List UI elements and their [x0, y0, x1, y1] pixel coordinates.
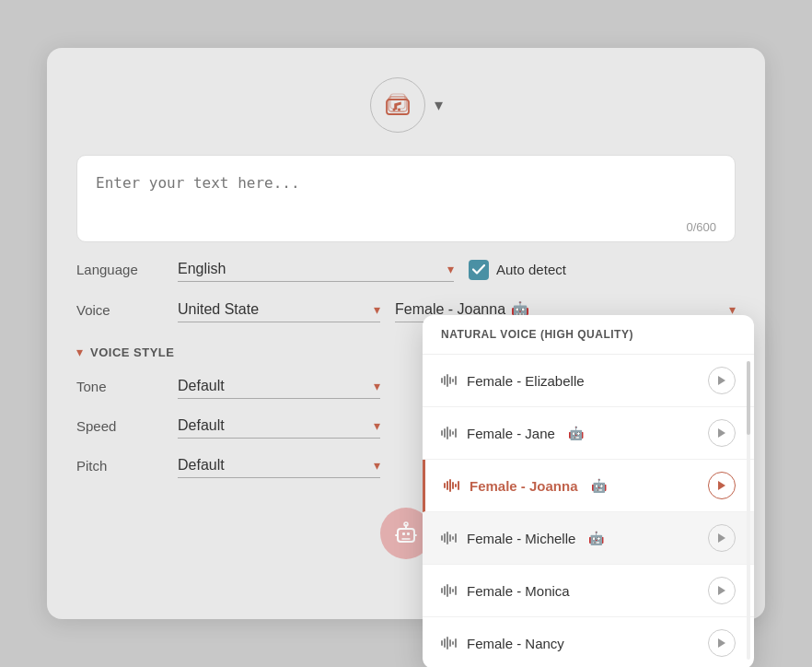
dropdown-header: NATURAL VOICE (HIGH QUALITY) [423, 315, 754, 355]
voice-style-label: VOICE STYLE [90, 345, 174, 359]
item-left: Female - Joanna 🤖 [444, 478, 607, 494]
play-button[interactable] [708, 629, 736, 657]
item-name: Female - Michelle [467, 531, 575, 546]
item-left: Female - Michelle 🤖 [441, 531, 604, 546]
svg-rect-15 [441, 430, 443, 436]
speed-value: Default [178, 417, 225, 434]
waveform-icon [441, 427, 458, 439]
language-label: Language [76, 262, 178, 277]
svg-rect-33 [441, 588, 443, 593]
svg-rect-39 [441, 640, 443, 646]
tone-chevron-icon: ▾ [374, 379, 380, 393]
language-chevron-icon: ▾ [447, 262, 454, 276]
svg-rect-30 [449, 534, 451, 542]
svg-rect-32 [455, 533, 457, 543]
svg-rect-20 [455, 428, 457, 438]
list-item[interactable]: Female - Monica [423, 565, 754, 617]
tone-select[interactable]: Default ▾ [178, 374, 380, 399]
svg-rect-16 [444, 428, 446, 438]
speed-chevron-icon: ▾ [374, 418, 380, 433]
auto-detect-wrap: Auto detect [469, 260, 566, 280]
play-button[interactable] [708, 472, 736, 499]
item-name: Female - Elizabelle [467, 373, 585, 389]
item-left: Female - Nancy [441, 636, 564, 651]
svg-rect-25 [455, 484, 457, 487]
scrollbar-thumb[interactable] [747, 361, 750, 435]
play-icon [717, 375, 726, 386]
svg-rect-11 [447, 374, 448, 387]
svg-rect-10 [444, 376, 446, 385]
pitch-select[interactable]: Default ▾ [178, 453, 380, 478]
svg-rect-35 [447, 584, 448, 597]
voice-region-chevron-icon: ▾ [374, 302, 380, 317]
waveform-icon [441, 374, 458, 387]
svg-rect-24 [452, 482, 454, 489]
svg-rect-26 [458, 481, 459, 490]
robot-icon [392, 520, 420, 547]
music-icon-circle [370, 77, 425, 133]
list-item[interactable]: Female - Nancy [423, 617, 754, 667]
voice-dropdown-panel: NATURAL VOICE (HIGH QUALITY) Female - El… [423, 315, 754, 667]
play-button[interactable] [708, 524, 736, 552]
svg-rect-18 [449, 429, 451, 437]
play-icon [717, 585, 726, 596]
pitch-label: Pitch [76, 458, 178, 474]
svg-rect-13 [452, 379, 454, 382]
list-item[interactable]: Female - Elizabelle [423, 355, 754, 407]
waveform-icon [441, 584, 458, 597]
auto-detect-checkbox[interactable] [469, 260, 489, 280]
item-left: Female - Elizabelle [441, 373, 585, 389]
svg-rect-22 [447, 481, 448, 490]
svg-rect-37 [452, 589, 454, 592]
svg-rect-36 [449, 587, 451, 594]
waveform-icon [444, 479, 460, 492]
voice-label: Voice [76, 302, 178, 318]
item-left: Female - Jane 🤖 [441, 426, 584, 441]
svg-point-3 [392, 109, 395, 111]
list-item[interactable]: Female - Michelle 🤖 [423, 512, 754, 565]
svg-rect-5 [398, 529, 414, 542]
svg-rect-14 [455, 376, 457, 385]
voice-style-chevron-icon[interactable]: ▾ [76, 345, 83, 359]
play-button[interactable] [708, 577, 736, 604]
svg-rect-23 [449, 479, 451, 492]
svg-rect-17 [447, 427, 448, 439]
speed-label: Speed [76, 418, 178, 434]
voice-region-select[interactable]: United State ▾ [178, 298, 380, 322]
speed-select[interactable]: Default ▾ [178, 414, 380, 439]
svg-rect-42 [449, 639, 451, 647]
emoji-badge: 🤖 [591, 478, 607, 493]
play-icon [717, 480, 726, 491]
emoji-badge: 🤖 [588, 531, 604, 545]
item-name: Female - Joanna [470, 478, 578, 494]
play-button[interactable] [708, 367, 736, 394]
collapse-chevron-icon[interactable]: ▾ [435, 95, 443, 115]
svg-rect-6 [402, 532, 405, 535]
list-item[interactable]: Female - Joanna 🤖 [423, 460, 754, 512]
svg-rect-40 [444, 638, 446, 648]
pitch-chevron-icon: ▾ [374, 458, 380, 473]
language-select[interactable]: English ▾ [178, 257, 454, 282]
emoji-badge: 🤖 [568, 426, 584, 440]
language-row: Language English ▾ Auto detect [76, 257, 736, 282]
svg-rect-9 [441, 378, 443, 383]
svg-point-4 [398, 109, 400, 111]
svg-rect-28 [444, 533, 446, 543]
language-selected-value: English [178, 261, 226, 277]
svg-rect-7 [407, 532, 410, 535]
pitch-value: Default [178, 457, 225, 474]
svg-rect-38 [455, 586, 457, 595]
char-count: 0/600 [77, 220, 735, 241]
item-name: Female - Monica [467, 583, 570, 599]
play-button[interactable] [708, 419, 736, 447]
svg-rect-43 [452, 641, 454, 645]
svg-rect-34 [444, 586, 446, 595]
svg-rect-29 [447, 532, 448, 544]
waveform-icon [441, 532, 458, 544]
main-card: ▾ 0/600 Language English ▾ Auto detect V… [47, 48, 765, 619]
scrollbar-track[interactable] [747, 361, 750, 660]
svg-rect-27 [441, 535, 443, 541]
play-icon [717, 427, 726, 439]
auto-detect-label: Auto detect [496, 262, 566, 277]
list-item[interactable]: Female - Jane 🤖 [423, 407, 754, 460]
